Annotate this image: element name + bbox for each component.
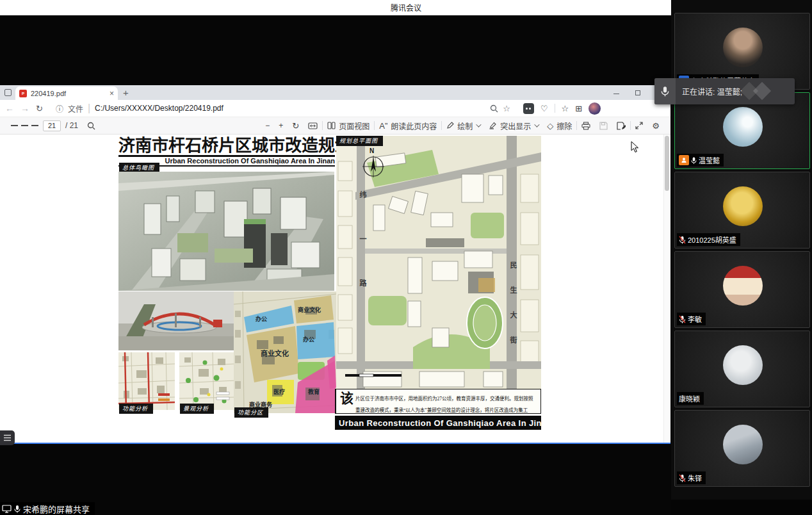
- page-view-button[interactable]: 页面视图: [323, 119, 374, 133]
- function-analysis-tag: 功能分析: [119, 404, 153, 414]
- read-aloud-button[interactable]: A” 朗读此页内容: [375, 119, 441, 133]
- shared-screen-area: P 220419.pdf × + ✕ ← → ↻ ⓘ 文件: [0, 15, 671, 515]
- browser-bottom-highlight: [0, 443, 670, 444]
- mic-muted-icon: [679, 474, 686, 482]
- avatar: [723, 107, 763, 147]
- participants-panel: 宋希鹏的屏幕共享 温莹懿 2010225胡英盛: [671, 0, 812, 500]
- pdf-file-icon: P: [19, 90, 27, 97]
- participant-tile[interactable]: 李敏: [674, 251, 810, 328]
- highlight-label: 突出显示: [500, 120, 531, 131]
- draw-button[interactable]: 绘制: [442, 119, 484, 133]
- scrollbar-thumb[interactable]: [665, 136, 669, 191]
- expand-icon[interactable]: [631, 119, 647, 133]
- member-badge-icon: [679, 155, 689, 165]
- address-divider: |: [88, 102, 90, 114]
- page-total-label: / 21: [61, 119, 83, 133]
- thumbnails-icon[interactable]: [6, 119, 43, 133]
- avatar: [723, 345, 763, 385]
- settings-gear-icon[interactable]: ⚙: [647, 119, 664, 133]
- screen-share-banner-text: 宋希鹏的屏幕共享: [23, 503, 90, 515]
- refresh-icon[interactable]: ↻: [36, 104, 43, 113]
- landscape-analysis-image: [179, 352, 236, 410]
- read-aloud-icon: A”: [379, 122, 387, 130]
- save-as-icon[interactable]: [612, 119, 630, 133]
- master-plan-image: N 纬一路 民生大街 0 100 200 400: [336, 136, 541, 389]
- road-name-right: 民生大街: [508, 261, 518, 377]
- rotate-icon[interactable]: ↻: [288, 119, 304, 133]
- browser-tab[interactable]: P 220419.pdf ×: [15, 86, 118, 100]
- browser-addressbar: ← → ↻ ⓘ 文件 | C:/Users/XXXXX/Desktop/2204…: [0, 100, 670, 117]
- screen-share-banner: 宋希鹏的屏幕共享: [0, 502, 95, 515]
- new-tab-button[interactable]: +: [123, 87, 129, 98]
- road-name-left: 纬一路: [357, 191, 368, 338]
- master-plan-tag: 规划总平面图: [336, 136, 383, 146]
- participant-name-bar: 李敏: [677, 313, 706, 325]
- meeting-toolbar-toggle[interactable]: [0, 430, 15, 445]
- address-url[interactable]: C:/Users/XXXXX/Desktop/220419.pdf: [95, 104, 485, 113]
- mic-icon: [654, 78, 676, 104]
- tab-close-icon[interactable]: ×: [110, 90, 114, 97]
- participant-tile[interactable]: 朱铎: [674, 410, 810, 487]
- zoom-page-icon[interactable]: [490, 104, 498, 113]
- erase-button[interactable]: ◇ 擦除: [542, 119, 576, 133]
- page-view-label: 页面视图: [339, 120, 369, 131]
- page-number-input[interactable]: [43, 120, 61, 131]
- description-lead-char: 该: [340, 391, 353, 405]
- tab-title: 220419.pdf: [31, 90, 106, 97]
- profile-avatar[interactable]: [589, 102, 601, 115]
- participant-name-bar: 朱铎: [677, 471, 706, 484]
- forward-icon[interactable]: →: [20, 103, 29, 113]
- extension-icon[interactable]: [523, 103, 534, 114]
- search-icon[interactable]: [83, 119, 100, 133]
- mic-muted-icon: [679, 236, 686, 244]
- mic-icon: [691, 156, 697, 165]
- favorites-bar-icon[interactable]: ☆: [562, 104, 569, 113]
- chevron-down-icon: [534, 122, 539, 127]
- chevron-down-icon: [476, 122, 481, 127]
- erase-label: 擦除: [556, 120, 572, 131]
- page-info-icon[interactable]: ⓘ: [56, 103, 63, 114]
- zoning-map-image: 办公 商业文化 办公 商业文化 医疗 教育 商业商务: [234, 291, 336, 413]
- pdf-viewer: 济南市杆石桥片区城市改造规划 Urban Reconstruction Of G…: [0, 135, 670, 443]
- back-icon[interactable]: ←: [5, 103, 14, 113]
- print-icon[interactable]: [577, 119, 595, 133]
- function-analysis-image: [118, 352, 175, 410]
- mic-muted-icon: [679, 315, 686, 323]
- pdf-scrollbar[interactable]: [663, 135, 670, 443]
- app-title: 腾讯会议: [391, 2, 421, 13]
- logo-diamond-icon: [753, 82, 771, 100]
- list-icon: [3, 434, 12, 442]
- highlighter-icon: [489, 122, 497, 129]
- pavilion-render-image: [118, 291, 235, 350]
- fit-width-icon[interactable]: [304, 119, 322, 133]
- poster-page: 济南市杆石桥片区城市改造规划 Urban Reconstruction Of G…: [118, 136, 541, 430]
- participant-tile[interactable]: 康晓颖: [674, 331, 810, 407]
- eraser-icon: ◇: [547, 122, 553, 130]
- save-icon: [595, 119, 612, 133]
- browser-essentials-icon[interactable]: ♡: [540, 104, 548, 113]
- pen-icon: [446, 122, 454, 129]
- landscape-analysis-tag: 景观分析: [180, 404, 214, 414]
- zoom-in-button[interactable]: +: [274, 119, 288, 133]
- favorite-star-icon[interactable]: ☆: [503, 104, 510, 113]
- mic-icon: [14, 505, 20, 513]
- address-scheme-label: 文件: [68, 103, 83, 114]
- participant-name-bar: 2010225胡英盛: [677, 233, 740, 246]
- highlight-button[interactable]: 突出显示: [484, 119, 542, 133]
- browser-minimize-button[interactable]: [605, 85, 627, 100]
- read-aloud-label: 朗读此页内容: [391, 120, 437, 131]
- collections-icon[interactable]: ⊞: [575, 104, 582, 113]
- participant-name: 李敏: [688, 314, 702, 324]
- zoom-out-button[interactable]: −: [261, 119, 274, 133]
- monitor-icon: [2, 505, 12, 513]
- zone-label: 医疗: [273, 388, 285, 396]
- zone-label: 办公: [303, 335, 314, 343]
- participant-tile[interactable]: 2010225胡英盛: [674, 172, 810, 249]
- poster-banner: Urban Reconstruction Of Ganshiqiao Area …: [335, 416, 541, 430]
- address-field[interactable]: ⓘ 文件 | C:/Users/XXXXX/Desktop/220419.pdf…: [49, 102, 517, 115]
- pdf-toolbar: / 21 − + ↻ 页面视图: [0, 117, 670, 135]
- tab-actions-icon[interactable]: [0, 85, 15, 100]
- participant-name: 康晓颖: [679, 393, 700, 404]
- browser-restore-button[interactable]: [627, 85, 649, 100]
- poster-title-block: 济南市杆石桥片区城市改造规划 Urban Reconstruction Of G…: [118, 136, 335, 167]
